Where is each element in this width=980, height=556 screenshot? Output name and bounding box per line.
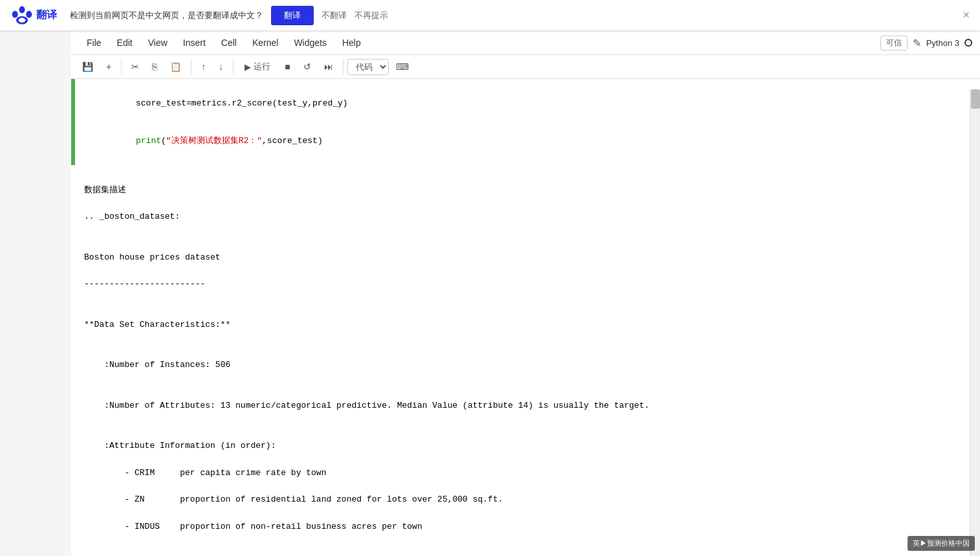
add-cell-button[interactable]: + bbox=[100, 58, 117, 75]
baidu-logo: 翻译 bbox=[10, 4, 57, 27]
right-scrollbar[interactable] bbox=[970, 89, 980, 556]
save-button[interactable]: 💾 bbox=[76, 58, 99, 75]
baidu-translate-bar: 翻译 检测到当前网页不是中文网页，是否要翻译成中文？ 翻译 不翻译 不再提示 × bbox=[0, 0, 980, 31]
scrollbar-thumb[interactable] bbox=[971, 89, 980, 109]
code-line-1: score_test=metrics.r2_score(test_y,pred_… bbox=[85, 84, 970, 122]
output-zn: - ZN proportion of residential land zone… bbox=[84, 493, 980, 507]
trusted-badge: 可信 bbox=[880, 36, 908, 50]
output-indus: - INDUS proportion of non-retail busines… bbox=[84, 520, 980, 534]
restart-button[interactable]: ↺ bbox=[298, 58, 317, 75]
toolbar: 💾 + ✂ ⎘ 📋 ↑ ↓ ▶ 运行 ■ ↺ ⏭ 代码 ⌨ bbox=[71, 55, 980, 79]
jupyter-notebook: File Edit View Insert Cell Kernel Widget… bbox=[71, 31, 980, 556]
menu-edit[interactable]: Edit bbox=[109, 35, 140, 50]
move-up-button[interactable]: ↑ bbox=[195, 58, 212, 75]
svg-point-2 bbox=[26, 10, 32, 17]
menu-bar: File Edit View Insert Cell Kernel Widget… bbox=[71, 31, 980, 55]
move-down-button[interactable]: ↓ bbox=[213, 58, 229, 75]
restart-run-button[interactable]: ⏭ bbox=[318, 58, 339, 75]
copy-button[interactable]: ⎘ bbox=[146, 58, 163, 75]
menu-kernel[interactable]: Kernel bbox=[245, 35, 286, 50]
output-characteristics: **Data Set Characteristics:** bbox=[84, 318, 980, 332]
keyboard-button[interactable]: ⌨ bbox=[390, 58, 415, 75]
paste-button[interactable]: 📋 bbox=[164, 58, 187, 75]
toolbar-separator-4 bbox=[343, 59, 343, 74]
menu-right: 可信 ✎ Python 3 bbox=[880, 36, 972, 50]
menu-help[interactable]: Help bbox=[334, 35, 369, 50]
svg-point-0 bbox=[19, 6, 25, 13]
left-sidebar bbox=[0, 0, 71, 556]
output-title: 数据集描述 bbox=[84, 184, 980, 197]
kernel-status-dot bbox=[964, 39, 972, 47]
code-text-2a: print bbox=[136, 136, 161, 146]
code-cell: score_test=metrics.r2_score(test_y,pred_… bbox=[71, 79, 980, 165]
code-line-2: print("决策树测试数据集R2：",score_test) bbox=[85, 122, 970, 161]
menu-file[interactable]: File bbox=[79, 35, 109, 50]
menu-view[interactable]: View bbox=[140, 35, 175, 50]
cut-button[interactable]: ✂ bbox=[125, 58, 145, 75]
run-label: 运行 bbox=[254, 61, 270, 72]
kernel-name: Python 3 bbox=[926, 38, 959, 48]
notebook-content[interactable]: score_test=metrics.r2_score(test_y,pred_… bbox=[71, 79, 980, 546]
output-subtitle: .. _boston_dataset: bbox=[84, 210, 980, 224]
toolbar-separator-2 bbox=[191, 59, 191, 74]
no-remind-button[interactable]: 不再提示 bbox=[354, 10, 388, 21]
code-text-1a: score_test=metrics.r2_score(test_y,pred_… bbox=[136, 98, 348, 108]
menu-cell[interactable]: Cell bbox=[213, 35, 245, 50]
translate-button[interactable]: 翻译 bbox=[271, 6, 314, 25]
run-icon: ▶ bbox=[245, 62, 251, 72]
stop-button[interactable]: ■ bbox=[279, 58, 296, 75]
baidu-message: 检测到当前网页不是中文网页，是否要翻译成中文？ bbox=[70, 10, 263, 21]
cell-input-content[interactable]: score_test=metrics.r2_score(test_y,pred_… bbox=[75, 79, 980, 165]
toolbar-separator-3 bbox=[233, 59, 234, 74]
close-button[interactable]: × bbox=[963, 8, 970, 22]
output-attributes-line: :Number of Attributes: 13 numeric/catego… bbox=[84, 399, 980, 413]
cell-type-select[interactable]: 代码 bbox=[347, 59, 389, 75]
output-instances: :Number of Instances: 506 bbox=[84, 359, 980, 372]
run-button[interactable]: ▶ 运行 bbox=[237, 58, 278, 76]
output-attr-info-header: :Attribute Information (in order): bbox=[84, 439, 980, 453]
no-translate-button[interactable]: 不翻译 bbox=[321, 10, 347, 21]
code-text-2c: "决策树测试数据集R2：" bbox=[166, 136, 262, 146]
svg-point-1 bbox=[12, 10, 18, 17]
menu-insert[interactable]: Insert bbox=[175, 35, 213, 50]
baidu-logo-text: 翻译 bbox=[36, 8, 57, 22]
svg-point-4 bbox=[19, 17, 26, 22]
watermark: 英▶预测价格中国 bbox=[908, 536, 975, 551]
output-heading: Boston house prices dataset bbox=[84, 251, 980, 265]
edit-icon[interactable]: ✎ bbox=[913, 37, 921, 49]
toolbar-separator-1 bbox=[121, 59, 122, 74]
menu-widgets[interactable]: Widgets bbox=[286, 35, 334, 50]
code-text-2b: ( bbox=[161, 136, 166, 146]
output-crim: - CRIM per capita crime rate by town bbox=[84, 467, 980, 480]
output-cell: 数据集描述 .. _boston_dataset: Boston house p… bbox=[71, 165, 980, 546]
code-text-2d: ,score_test) bbox=[262, 136, 323, 146]
output-separator: ------------------------ bbox=[84, 278, 980, 291]
